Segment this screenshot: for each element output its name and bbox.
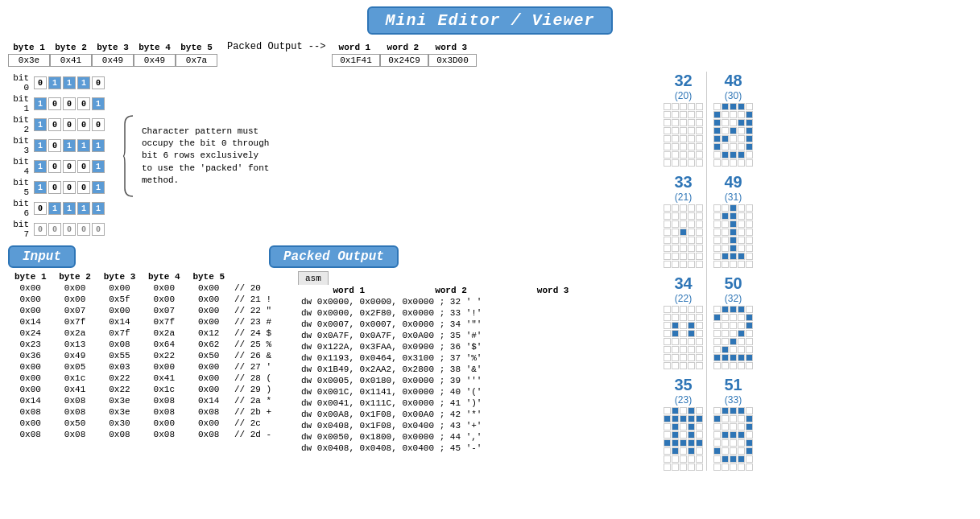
input-cell-r5-c3: 0x64: [142, 339, 186, 350]
bit-cell-r7-c2[interactable]: 0: [63, 223, 76, 236]
bit-cell-r4-c2[interactable]: 0: [63, 160, 76, 173]
char-cell-35-r4-c4: [696, 439, 703, 447]
byte1-value[interactable]: 0x3e: [8, 54, 50, 67]
bit-cell-r7-c3[interactable]: 0: [77, 223, 90, 236]
char-cell-49-r4-c3: [738, 237, 745, 244]
char-cell-33-r7-c3: [688, 261, 695, 268]
bit-cell-r3-c2[interactable]: 1: [63, 139, 76, 152]
packed-col2-header: word 2: [400, 285, 502, 296]
bit-cell-r5-c3[interactable]: 0: [77, 181, 90, 194]
char-cell-33-r6-c2: [680, 253, 687, 260]
bit-row-2: bit 210000: [8, 115, 105, 134]
byte2-value[interactable]: 0x41: [50, 54, 92, 67]
char-cell-34-r7-c3: [688, 362, 695, 369]
byte4-label: byte 4: [134, 43, 176, 52]
char-cell-33-r2-c2: [680, 220, 687, 228]
bit-cell-r3-c4[interactable]: 1: [92, 139, 105, 152]
bit-cell-r4-c0[interactable]: 1: [34, 160, 47, 173]
char-cell-35-r0-c1: [672, 407, 679, 414]
bit-cell-r1-c1[interactable]: 0: [48, 97, 61, 110]
char-cell-49-r7-c2: [730, 261, 737, 268]
input-cell-r10-c5: // 2a *: [231, 395, 282, 406]
char-sub-51: (33): [725, 394, 742, 406]
char-cell-48-r5-c0: [713, 143, 721, 150]
bit-cell-r1-c2[interactable]: 0: [63, 97, 76, 110]
char-cell-48-r4-c3: [738, 135, 745, 142]
char-cell-49-r2-c4: [746, 220, 753, 228]
char-cell-50-r3-c4: [746, 330, 753, 337]
bit-cell-r0-c3[interactable]: 1: [77, 76, 90, 89]
asm-tab[interactable]: asm: [298, 271, 604, 285]
bit-cell-r4-c1[interactable]: 0: [48, 160, 61, 173]
bit-cell-r6-c0[interactable]: 0: [34, 202, 47, 215]
word1-value[interactable]: 0x1F41: [332, 54, 380, 67]
bit-cell-r2-c1[interactable]: 0: [48, 118, 61, 131]
char-grid-32: [664, 103, 703, 167]
bit-cell-r5-c0[interactable]: 1: [34, 181, 47, 194]
char-cell-33-r0-c0: [664, 204, 671, 212]
byte4-value[interactable]: 0x49: [134, 54, 176, 67]
char-cell-35-r2-c1: [672, 423, 679, 430]
bit-cell-r1-c3[interactable]: 0: [77, 97, 90, 110]
bit-cell-r6-c2[interactable]: 1: [63, 202, 76, 215]
bit-cell-r6-c3[interactable]: 1: [77, 202, 90, 215]
bit-cell-r7-c4[interactable]: 0: [92, 223, 105, 236]
bit-cell-r3-c1[interactable]: 0: [48, 139, 61, 152]
input-cell-r7-c5: // 27 ': [231, 361, 282, 373]
bit-cell-r0-c0[interactable]: 0: [34, 76, 47, 89]
bit-cell-r3-c0[interactable]: 1: [34, 139, 47, 152]
char-cell-33-r0-c4: [696, 204, 703, 212]
bit-cell-r2-c2[interactable]: 0: [63, 118, 76, 131]
bit-cell-r0-c4[interactable]: 0: [92, 76, 105, 89]
bit-cell-r7-c0[interactable]: 0: [34, 223, 47, 236]
char-cell-48-r5-c3: [738, 143, 745, 150]
char-cell-32-r6-c3: [688, 151, 695, 159]
char-cell-48-r2-c4: [746, 119, 753, 126]
bit-cell-r5-c1[interactable]: 0: [48, 181, 61, 194]
bit-row-label-5: bit 5: [8, 178, 32, 197]
char-cell-35-r5-c3: [688, 447, 695, 455]
word2-value[interactable]: 0x24C9: [380, 54, 428, 67]
char-cell-49-r1-c2: [730, 212, 737, 220]
char-item-49: 49(31): [713, 173, 753, 268]
bit-cell-r0-c2[interactable]: 1: [63, 76, 76, 89]
char-cell-48-r5-c4: [746, 143, 753, 150]
bit-cell-r5-c4[interactable]: 1: [92, 181, 105, 194]
byte5-value[interactable]: 0x7a: [176, 54, 217, 67]
char-cell-35-r7-c1: [672, 463, 679, 471]
char-cell-34-r2-c1: [672, 322, 679, 329]
bit-cell-r2-c3[interactable]: 0: [77, 118, 90, 131]
packed-header-group: Packed Output --> word 1 word 2 word 3 0…: [227, 41, 477, 67]
bit-cell-r3-c3[interactable]: 1: [77, 139, 90, 152]
char-cell-49-r0-c2: [730, 204, 737, 212]
word3-value[interactable]: 0x3D00: [428, 54, 477, 67]
input-header-5: [231, 271, 282, 282]
bit-cell-r6-c4[interactable]: 1: [92, 202, 105, 215]
bit-row-label-4: bit 4: [8, 157, 32, 176]
char-grid-48: [713, 103, 753, 167]
bit-cell-r2-c4[interactable]: 0: [92, 118, 105, 131]
bit-cell-r7-c1[interactable]: 0: [48, 223, 61, 236]
char-cell-50-r6-c1: [722, 354, 729, 361]
char-cell-49-r4-c0: [713, 237, 721, 244]
char-cell-51-r5-c2: [730, 447, 737, 455]
bit-cell-r6-c1[interactable]: 1: [48, 202, 61, 215]
input-cell-r2-c4: 0x00: [187, 305, 231, 316]
char-cell-50-r4-c3: [738, 338, 745, 345]
bit-cell-r4-c4[interactable]: 1: [92, 160, 105, 173]
bit-cell-r5-c2[interactable]: 0: [63, 181, 76, 194]
bit-cell-r4-c3[interactable]: 0: [77, 160, 90, 173]
char-cell-50-r7-c1: [722, 362, 729, 369]
char-cell-51-r6-c1: [722, 455, 729, 463]
char-cell-50-r6-c2: [730, 354, 737, 361]
input-table-header: byte 1byte 2byte 3byte 4byte 5: [8, 271, 282, 282]
input-cell-r5-c0: 0x23: [8, 339, 52, 350]
bit-cell-r1-c4[interactable]: 1: [92, 97, 105, 110]
bit-cell-r1-c0[interactable]: 1: [34, 97, 47, 110]
bit-cell-r0-c1[interactable]: 1: [48, 76, 61, 89]
byte3-value[interactable]: 0x49: [92, 54, 134, 67]
bit-cell-r2-c0[interactable]: 1: [34, 118, 47, 131]
char-cell-33-r7-c1: [672, 261, 679, 268]
char-cell-51-r2-c4: [746, 423, 753, 430]
char-cell-32-r4-c3: [688, 135, 695, 142]
